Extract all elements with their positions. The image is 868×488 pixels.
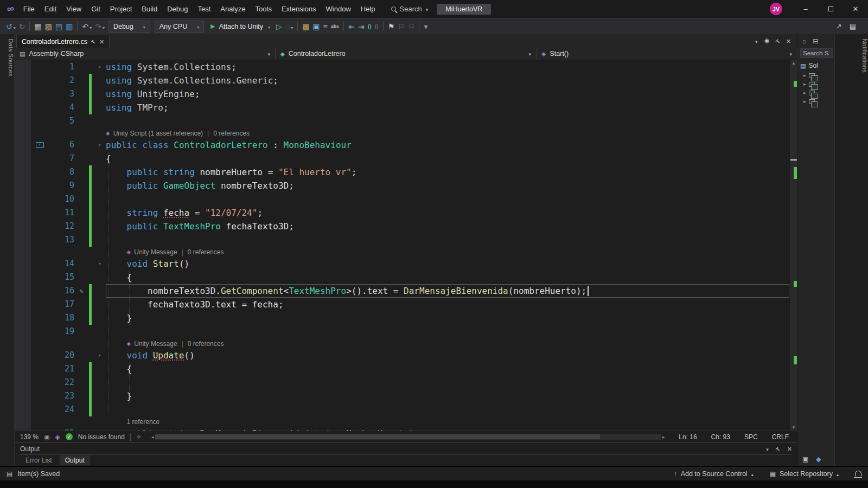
- settings-gear-icon[interactable]: [764, 36, 770, 46]
- maximize-button[interactable]: [818, 0, 843, 18]
- horizontal-scroll-thumb[interactable]: [155, 434, 600, 439]
- breakpoint-margin-cell[interactable]: [15, 60, 31, 74]
- menu-debug[interactable]: Debug: [162, 0, 193, 18]
- scroll-left-icon[interactable]: ◂: [151, 434, 154, 440]
- code-text[interactable]: [106, 403, 789, 416]
- chevron-right-icon[interactable]: ▸: [803, 99, 806, 104]
- save-all-icon[interactable]: ▥: [64, 21, 74, 33]
- code-text[interactable]: void Start(): [106, 257, 789, 271]
- decrease-indent-icon[interactable]: ⇤: [347, 21, 356, 33]
- pin-icon[interactable]: [92, 38, 95, 46]
- find-in-files-icon[interactable]: ▩: [301, 21, 311, 33]
- breakpoint-margin-cell[interactable]: [15, 403, 31, 416]
- breakpoint-margin-cell[interactable]: [15, 179, 31, 192]
- package-icon[interactable]: [802, 455, 808, 463]
- close-button[interactable]: ✕: [843, 0, 868, 18]
- navigate-list-icon[interactable]: ≡: [322, 21, 329, 33]
- breakpoint-margin-cell[interactable]: [15, 192, 31, 206]
- code-text[interactable]: using TMPro;: [106, 101, 789, 114]
- close-tab-icon[interactable]: [99, 38, 104, 46]
- breakpoint-margin-cell[interactable]: [15, 325, 31, 338]
- scroll-up-icon[interactable]: ▲: [790, 61, 797, 66]
- breakpoint-margin-cell[interactable]: [15, 165, 31, 179]
- codelens-label[interactable]: Unity Message: [134, 248, 177, 256]
- tree-item[interactable]: ▸: [798, 71, 834, 80]
- code-text[interactable]: nombreTexto3D.GetComponent<TextMeshPro>(…: [106, 284, 789, 298]
- select-repository-button[interactable]: Select Repository: [770, 470, 839, 478]
- fold-chevron-icon[interactable]: ▾: [94, 349, 106, 362]
- code-text[interactable]: [106, 114, 789, 128]
- notifications-bell-icon[interactable]: [855, 471, 861, 477]
- data-sources-tab[interactable]: Data Sources: [0, 38, 14, 76]
- breakpoint-margin-cell[interactable]: [15, 284, 31, 298]
- code-text[interactable]: [106, 233, 789, 247]
- code-text[interactable]: public class ControladorLetrero : MonoBe…: [106, 138, 789, 152]
- intellicode-icon[interactable]: ◈: [55, 433, 60, 441]
- fold-chevron-icon[interactable]: ▾: [94, 60, 106, 74]
- live-share-icon[interactable]: ↗: [836, 22, 842, 30]
- next-bookmark-icon[interactable]: ⚐: [406, 21, 417, 33]
- code-text[interactable]: [106, 376, 789, 389]
- spaces-indicator[interactable]: SPC: [744, 433, 758, 441]
- menu-project[interactable]: Project: [105, 0, 137, 18]
- solution-node[interactable]: Sol: [798, 60, 834, 71]
- menu-analyze[interactable]: Analyze: [215, 0, 250, 18]
- feedback-icon[interactable]: ▤: [850, 22, 856, 30]
- menu-build[interactable]: Build: [137, 0, 162, 18]
- navigate-back-icon[interactable]: ↺: [4, 21, 17, 33]
- breakpoint-margin-cell[interactable]: [15, 138, 31, 152]
- codelens-references[interactable]: 0 references: [188, 248, 224, 256]
- menu-window[interactable]: Window: [321, 0, 356, 18]
- output-pin-icon[interactable]: [776, 445, 780, 453]
- codelens-label[interactable]: Unity Script (1 asset reference): [113, 130, 203, 137]
- breakpoint-margin-cell[interactable]: [15, 362, 31, 376]
- undo-icon[interactable]: ↶: [80, 21, 93, 33]
- chevron-right-icon[interactable]: ▸: [803, 73, 806, 78]
- breakpoint-margin-cell[interactable]: [15, 376, 31, 389]
- chevron-right-icon[interactable]: ▸: [803, 90, 806, 95]
- code-text[interactable]: }: [106, 389, 789, 403]
- menu-test[interactable]: Test: [193, 0, 215, 18]
- comment-icon[interactable]: {}: [366, 21, 373, 33]
- project-dropdown[interactable]: Assembly-CSharp: [15, 48, 276, 60]
- tab-error-list[interactable]: Error List: [20, 455, 58, 465]
- tab-output[interactable]: Output: [60, 455, 90, 465]
- home-icon[interactable]: ⌂: [802, 37, 806, 45]
- accessibility-icon[interactable]: ◉: [44, 433, 49, 441]
- code-surface[interactable]: 1▾using System.Collections;2using System…: [15, 60, 789, 431]
- fold-chevron-icon[interactable]: ▾: [94, 138, 106, 152]
- eol-indicator[interactable]: CRLF: [772, 433, 789, 441]
- issues-status[interactable]: No issues found: [78, 433, 125, 441]
- previous-bookmark-icon[interactable]: ⚐: [396, 21, 406, 33]
- breakpoint-margin-cell[interactable]: [15, 427, 31, 431]
- breakpoint-margin-cell[interactable]: [15, 349, 31, 362]
- horizontal-scrollbar[interactable]: ◂ ▸: [151, 434, 665, 440]
- uncomment-icon[interactable]: {}: [373, 21, 380, 33]
- fold-chevron-icon[interactable]: ▾: [94, 257, 106, 271]
- breakpoint-margin-cell[interactable]: [15, 101, 31, 114]
- breakpoint-margin-cell[interactable]: [15, 114, 31, 128]
- output-close-icon[interactable]: [787, 445, 792, 453]
- code-cleanup-icon[interactable]: ✧: [136, 433, 142, 441]
- navigate-forward-icon[interactable]: ↻: [17, 21, 27, 33]
- notifications-tab[interactable]: Notifications: [835, 38, 868, 73]
- horizontal-scroll-track[interactable]: [155, 434, 660, 440]
- hot-reload-icon[interactable]: ◌: [284, 21, 295, 33]
- breakpoint-margin-cell[interactable]: [15, 271, 31, 284]
- code-text[interactable]: using System.Collections;: [106, 60, 789, 74]
- code-text[interactable]: public string nombreHuerto = "El huerto …: [106, 165, 789, 179]
- breakpoint-margin-cell[interactable]: [15, 311, 31, 325]
- menu-extensions[interactable]: Extensions: [277, 0, 321, 18]
- breakpoint-margin-cell[interactable]: [15, 87, 31, 101]
- member-dropdown[interactable]: Start(): [537, 48, 797, 60]
- menu-help[interactable]: Help: [356, 0, 380, 18]
- start-without-debugging-icon[interactable]: ▷: [275, 21, 284, 33]
- code-text[interactable]: string fecha = "12/07/24";: [106, 206, 789, 220]
- frame-close-icon[interactable]: [786, 36, 791, 46]
- collapse-all-icon[interactable]: ⊟: [813, 37, 818, 45]
- save-icon[interactable]: ▤: [54, 21, 64, 33]
- document-tab[interactable]: ControladorLetrero.cs: [16, 35, 110, 48]
- menu-git[interactable]: Git: [86, 0, 105, 18]
- code-text[interactable]: {: [106, 362, 789, 376]
- type-dropdown[interactable]: ControladorLetrero: [276, 48, 537, 60]
